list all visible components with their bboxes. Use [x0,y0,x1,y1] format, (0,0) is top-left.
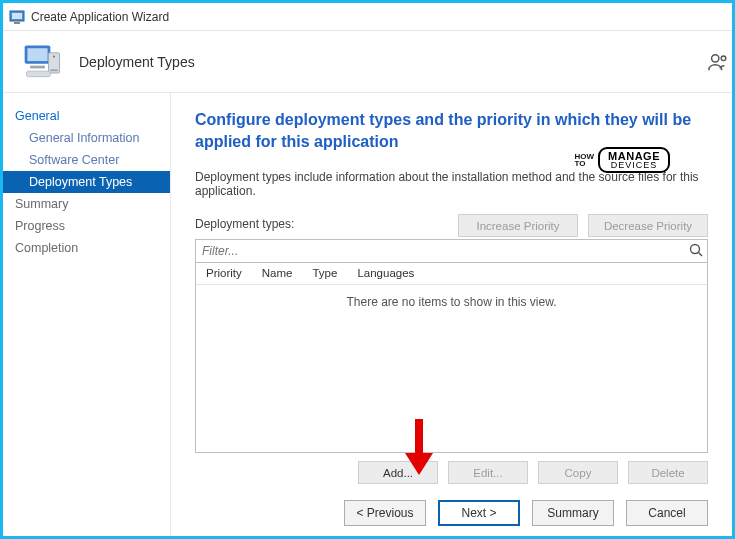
filter-input[interactable] [195,239,708,263]
deployment-types-list[interactable]: Priority Name Type Languages There are n… [195,263,708,453]
copy-button: Copy [538,461,618,484]
main-description: Deployment types include information abo… [195,170,708,198]
svg-rect-9 [27,71,51,77]
increase-priority-button: Increase Priority [458,214,578,237]
page-header: Deployment Types [3,31,732,93]
previous-button[interactable]: < Previous [344,500,426,526]
deployment-types-label: Deployment types: [195,217,294,231]
edit-button: Edit... [448,461,528,484]
search-icon[interactable] [688,242,704,262]
next-button[interactable]: Next > [438,500,520,526]
cancel-button[interactable]: Cancel [626,500,708,526]
col-priority[interactable]: Priority [196,263,252,284]
page-title: Deployment Types [79,54,195,70]
nav-software-center[interactable]: Software Center [3,149,170,171]
svg-rect-5 [30,65,45,68]
delete-button: Delete [628,461,708,484]
svg-point-12 [691,245,700,254]
user-help-icon[interactable] [707,51,729,77]
col-type[interactable]: Type [302,263,347,284]
col-languages[interactable]: Languages [347,263,424,284]
add-button[interactable]: Add... [358,461,438,484]
nav-summary: Summary [3,193,170,215]
svg-rect-4 [27,48,47,61]
svg-rect-2 [14,22,20,24]
wizard-nav: General General Information Software Cen… [3,93,171,536]
svg-point-11 [721,56,726,61]
svg-rect-8 [50,69,57,71]
svg-line-13 [699,253,703,257]
title-bar: Create Application Wizard [3,3,732,31]
app-icon [9,9,25,25]
main-heading: Configure deployment types and the prior… [195,109,708,152]
svg-point-7 [53,55,55,57]
watermark-howto: HOW TO [575,153,595,167]
window-title: Create Application Wizard [31,10,169,24]
computer-icon [21,40,65,84]
svg-point-10 [712,55,719,62]
nav-completion: Completion [3,237,170,259]
nav-general-information[interactable]: General Information [3,127,170,149]
list-empty-text: There are no items to show in this view. [196,285,707,309]
nav-general[interactable]: General [3,105,170,127]
svg-rect-1 [12,13,22,19]
wizard-footer: < Previous Next > Summary Cancel [344,500,708,526]
filter-box [195,239,708,263]
nav-progress: Progress [3,215,170,237]
list-headers: Priority Name Type Languages [196,263,707,285]
nav-deployment-types[interactable]: Deployment Types [3,171,170,193]
summary-button[interactable]: Summary [532,500,614,526]
watermark-badge: HOW TO MANAGE DEVICES [575,147,670,173]
decrease-priority-button: Decrease Priority [588,214,708,237]
watermark-brand: MANAGE DEVICES [598,147,670,173]
col-name[interactable]: Name [252,263,303,284]
